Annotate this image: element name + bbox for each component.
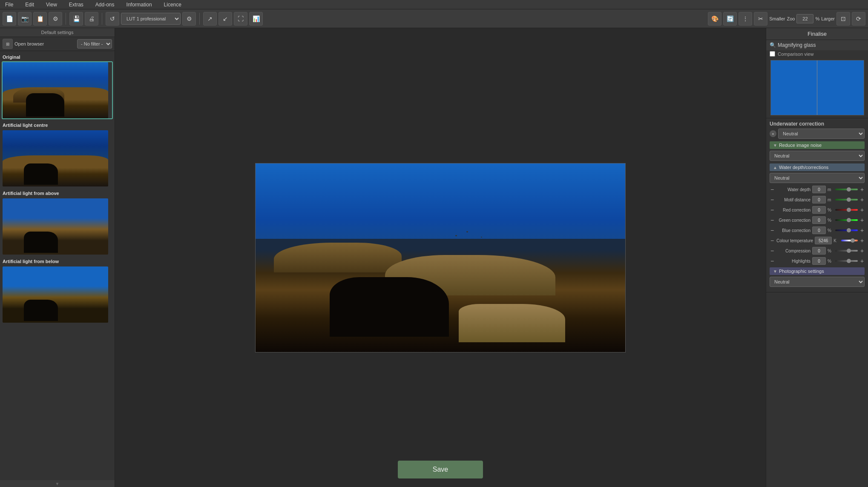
blue-minus[interactable]: −: [770, 227, 775, 234]
zoom-area: Smaller Zoo % Larger: [769, 14, 835, 23]
red-track: [835, 209, 858, 211]
copy-button[interactable]: 📋: [33, 12, 47, 26]
compression-input[interactable]: [812, 247, 826, 255]
red-thumb[interactable]: [847, 208, 851, 212]
photo-neutral-dropdown[interactable]: Neutral: [770, 277, 865, 287]
highlights-thumb[interactable]: [847, 259, 851, 263]
scroll-indicator: ▼: [0, 480, 115, 487]
save-button[interactable]: 💾: [69, 12, 83, 26]
green-minus[interactable]: −: [770, 217, 775, 223]
water-depth-thumb[interactable]: [847, 187, 851, 192]
colour-temp-label: Colour temperature: [776, 238, 813, 243]
photographic-settings-header[interactable]: ▼ Photographic settings: [770, 267, 865, 275]
menu-edit[interactable]: Edit: [23, 1, 36, 9]
save-button[interactable]: Save: [398, 461, 483, 478]
motif-minus[interactable]: −: [770, 196, 775, 203]
green-thumb[interactable]: [847, 218, 851, 222]
motif-plus[interactable]: +: [859, 196, 865, 203]
blue-track-container: [835, 226, 858, 234]
temp-thumb[interactable]: [851, 238, 855, 243]
highlights-track-container: [835, 257, 858, 265]
uw-icon: ●: [770, 130, 776, 137]
settings-button[interactable]: ⚙: [49, 12, 62, 26]
menu-information[interactable]: Information: [125, 1, 154, 9]
green-track-container: [835, 216, 858, 224]
menu-addons[interactable]: Add-ons: [94, 1, 116, 9]
new-button[interactable]: 📄: [3, 12, 16, 26]
menu-view[interactable]: View: [44, 1, 59, 9]
import-button[interactable]: ↙: [218, 12, 232, 26]
preset-artlight-above[interactable]: [2, 198, 113, 255]
main-image: [256, 163, 625, 352]
blue-correction-input[interactable]: [812, 226, 826, 234]
preset-artlight-centre-thumbnail: [3, 130, 108, 186]
open-browser-label[interactable]: Open browser: [14, 41, 44, 46]
water-depth-header[interactable]: ▲ Water depth/corrections: [770, 163, 865, 171]
save-label: Save: [433, 466, 448, 473]
red-correction-input[interactable]: [812, 206, 826, 214]
lut-dropdown[interactable]: LUT 1 professional: [121, 13, 181, 25]
blue-plus[interactable]: +: [859, 227, 865, 234]
preset-artlight-centre[interactable]: [2, 129, 113, 187]
refresh-button[interactable]: 🔄: [723, 12, 737, 26]
motif-thumb[interactable]: [847, 198, 851, 202]
compression-minus[interactable]: −: [770, 247, 775, 254]
zoom-label: Zoo: [787, 16, 795, 21]
red-track-container: [835, 206, 858, 214]
undo-button[interactable]: ↺: [106, 12, 119, 26]
temp-minus[interactable]: −: [770, 237, 775, 244]
motif-distance-input[interactable]: [812, 196, 826, 203]
lut-settings-button[interactable]: ⚙: [182, 12, 196, 26]
water-depth-minus[interactable]: −: [770, 186, 775, 193]
highlights-input[interactable]: [812, 257, 826, 265]
red-minus[interactable]: −: [770, 206, 775, 213]
reduce-noise-header[interactable]: ▼ Reduce image noise: [770, 141, 865, 149]
highlights-minus[interactable]: −: [770, 258, 775, 264]
colour-temp-input[interactable]: [815, 237, 832, 244]
menu-file[interactable]: File: [3, 1, 15, 9]
temp-plus[interactable]: +: [859, 237, 865, 244]
preset-original[interactable]: [2, 61, 113, 119]
rotate-button[interactable]: ⟳: [852, 12, 865, 26]
motif-distance-row: − Motif distance m +: [770, 196, 865, 203]
more-button[interactable]: ⋮: [739, 12, 752, 26]
green-plus[interactable]: +: [859, 217, 865, 223]
magnifying-glass-header[interactable]: 🔍 Magnifying glass: [766, 40, 868, 50]
green-correction-input[interactable]: [812, 216, 826, 224]
blue-correction-label: Blue correction: [776, 228, 811, 233]
open-button[interactable]: 📷: [18, 12, 32, 26]
magnify-preview: [770, 60, 864, 115]
fullscreen-button[interactable]: ⛶: [234, 12, 247, 26]
preset-artlight-below[interactable]: [2, 266, 113, 324]
green-track: [835, 219, 858, 221]
blue-track: [835, 229, 858, 231]
zoom-fit-button[interactable]: ⊡: [836, 12, 850, 26]
blue-thumb[interactable]: [847, 228, 851, 232]
water-depth-input[interactable]: [812, 186, 826, 193]
highlights-row: − Highlights % +: [770, 257, 865, 265]
highlights-track: [835, 260, 858, 262]
water-depth-plus[interactable]: +: [859, 186, 865, 193]
crop-button[interactable]: ✂: [754, 12, 767, 26]
water-depth-chevron-icon: ▲: [773, 165, 777, 170]
zoom-input[interactable]: [796, 14, 813, 23]
compression-plus[interactable]: +: [859, 247, 865, 254]
filter-dropdown[interactable]: - No filter -: [77, 39, 112, 49]
histogram-button[interactable]: 📊: [249, 12, 263, 26]
highlights-plus[interactable]: +: [859, 258, 865, 264]
compression-thumb[interactable]: [847, 249, 851, 253]
zoom-smaller-label: Smaller: [769, 16, 785, 21]
red-plus[interactable]: +: [859, 206, 865, 213]
uw-neutral-dropdown[interactable]: Neutral: [778, 129, 865, 139]
grid-view-button[interactable]: ⊞: [3, 39, 13, 49]
menu-licence[interactable]: Licence: [162, 1, 183, 9]
color-wheel-button[interactable]: 🎨: [708, 12, 721, 26]
section-original-title: Original: [2, 53, 113, 61]
comparison-row: Comparison view: [766, 50, 868, 57]
menu-extras[interactable]: Extras: [67, 1, 85, 9]
noise-neutral-dropdown[interactable]: Neutral: [770, 151, 865, 161]
export-button[interactable]: ↗: [203, 12, 217, 26]
water-neutral-dropdown[interactable]: Neutral: [770, 173, 865, 183]
print-button[interactable]: 🖨: [85, 12, 98, 26]
comparison-checkbox[interactable]: [770, 51, 775, 57]
